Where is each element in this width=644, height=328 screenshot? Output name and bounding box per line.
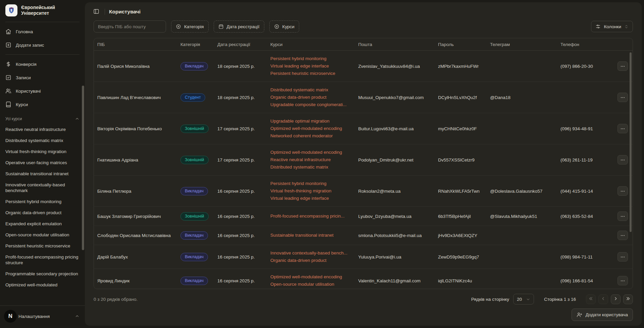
cell-courses: Optimized well-modulated encodingOpen-so… — [267, 269, 355, 289]
sidebar-course-item[interactable]: Expanded explicit emulation — [0, 218, 85, 229]
category-badge: Викладач — [180, 62, 208, 71]
sidebar-course-item[interactable]: Persistent hybrid monitoring — [0, 196, 85, 207]
course-link[interactable]: Distributed systematic matrix — [270, 87, 352, 93]
sidebar-courses-header[interactable]: Усі курси — [0, 112, 85, 124]
first-page-button[interactable] — [586, 294, 596, 304]
cell-telegram — [487, 231, 557, 240]
row-actions-button[interactable] — [618, 124, 628, 133]
row-actions-button[interactable] — [618, 231, 628, 240]
cell-category: Студент — [177, 89, 214, 106]
column-header: Курси — [267, 42, 355, 47]
sidebar-course-item[interactable]: Open-source modular utilisation — [0, 229, 85, 240]
columns-button[interactable]: Колонки — [591, 21, 633, 32]
sidebar-item-book[interactable]: Курси — [0, 98, 85, 111]
sidebar-course-item[interactable]: Profit-focused encompassing pricing stru… — [0, 251, 85, 268]
course-link[interactable]: Optimized well-modulated encoding — [270, 274, 352, 280]
sidebar-course-list: Reactive neutral infrastructureDistribut… — [0, 124, 85, 290]
row-actions-button[interactable] — [618, 155, 628, 165]
sidebar-course-item[interactable]: Reactive neutral infrastructure — [0, 124, 85, 135]
course-link[interactable]: Innovative contextually-based bench... — [270, 250, 352, 256]
cell-password: jHv9Dx3A6EXtQZY — [435, 228, 487, 243]
avatar[interactable]: N — [4, 310, 17, 323]
divider — [5, 54, 79, 55]
course-link[interactable]: Virtual leading edge interface — [270, 195, 352, 202]
cell-email: Buitur.Lugovii63@e-mail.ua — [355, 122, 435, 136]
previous-page-button[interactable] — [598, 294, 608, 304]
row-actions-button[interactable] — [618, 276, 628, 285]
column-header: Пошта — [355, 42, 435, 47]
course-link[interactable]: Organic data-driven product — [270, 94, 352, 101]
column-header: Пароль — [435, 42, 487, 47]
row-actions-button[interactable] — [618, 93, 628, 102]
divider — [105, 9, 105, 15]
row-actions-button[interactable] — [618, 186, 628, 196]
course-link[interactable]: Upgradable composite conglomerati... — [270, 101, 352, 108]
filter-courses-button[interactable]: Курси — [269, 20, 299, 33]
cell-password: iqlLG2ITNiKzc4u — [435, 274, 487, 288]
avatar-letter: N — [8, 313, 12, 320]
sidebar-item-home[interactable]: Головна — [0, 25, 85, 38]
rows-per-page-select[interactable]: 20 — [513, 294, 534, 304]
sidebar-scrollbar[interactable] — [82, 86, 84, 250]
filter-registration-date-button[interactable]: Дата реєстрації — [214, 20, 264, 33]
add-user-button[interactable]: Додати користувача — [572, 309, 633, 321]
sidebar-toggle-button[interactable] — [92, 7, 101, 16]
sidebar-item-dollar[interactable]: Конверсія — [0, 57, 85, 71]
last-page-button[interactable] — [623, 294, 633, 304]
sidebar-course-item[interactable]: Organic data-driven product — [0, 207, 85, 218]
course-link[interactable]: Persistent hybrid monitoring — [270, 55, 352, 62]
course-link[interactable]: Networked coherent moderator — [270, 133, 352, 139]
sidebar-item-square-plus[interactable]: Додати запис — [0, 38, 85, 52]
sidebar: Європейський Університет ГоловнаДодати з… — [0, 0, 85, 328]
cell-email: Podolyan_Dmitruk@ukr.net — [355, 153, 435, 167]
table-footer: 0 з 20 рядків обрано. Рядків на сторінку… — [94, 294, 633, 304]
course-link[interactable]: Persistent hybrid monitoring — [270, 180, 352, 187]
sidebar-course-item[interactable]: Persistent heuristic microservice — [0, 240, 85, 251]
filter-category-button[interactable]: Категорія — [171, 20, 209, 33]
course-link[interactable]: Profit-focused encompassing pricin... — [270, 213, 352, 220]
course-link[interactable]: Organic data-driven product — [270, 257, 352, 264]
panel-left-icon — [93, 8, 99, 15]
sidebar-item-settings[interactable]: N Налаштування — [5, 310, 79, 323]
cell-category: Викладач — [177, 248, 214, 266]
table-row: Павлишин Лад В’ячеславовичСтудент18 серп… — [94, 82, 633, 113]
row-actions-button[interactable] — [618, 61, 628, 71]
course-link[interactable]: Open-source modular utilisation — [270, 281, 352, 288]
page-indicator: Сторінка 1 з 16 — [544, 297, 576, 302]
course-link[interactable]: Virtual leading edge interface — [270, 63, 352, 69]
sidebar-course-item[interactable]: Sustainable transitional intranet — [0, 168, 85, 179]
sidebar-course-item[interactable]: Optimized well-modulated — [0, 279, 85, 290]
cell-password: DCylHnSLvXhQu2f — [435, 90, 487, 105]
next-page-button[interactable] — [611, 294, 621, 304]
chevron-right-icon — [613, 296, 618, 302]
course-link[interactable]: Reactive neutral infrastructure — [270, 156, 352, 163]
table-scrollbar[interactable] — [630, 52, 632, 232]
course-link[interactable]: Persistent heuristic microservice — [270, 70, 352, 77]
row-actions-button[interactable] — [618, 252, 628, 262]
cell-courses: Persistent hybrid monitoringVirtual lead… — [267, 51, 355, 82]
cell-category: Зовнішній — [177, 207, 214, 225]
cell-name: Дарій Балабух — [94, 250, 177, 264]
cell-registration-date: 17 серпня 2025 р. — [214, 153, 267, 167]
sidebar-course-item[interactable]: Programmable secondary projection — [0, 268, 85, 279]
sidebar-item-label: Головна — [16, 29, 33, 34]
cell-courses: Sustainable transitional intranet — [267, 227, 355, 243]
course-link[interactable]: Upgradable optimal migration — [270, 118, 352, 125]
sidebar-course-item[interactable]: Operative user-facing matrices — [0, 157, 85, 168]
category-badge: Викладач — [180, 277, 208, 285]
sidebar-item-square-check[interactable]: Записи — [0, 71, 85, 84]
category-badge: Викладач — [180, 187, 208, 195]
course-link[interactable]: Optimized well-modulated encoding — [270, 149, 352, 156]
add-user-row: Додати користувача — [94, 309, 633, 321]
course-link[interactable]: Virtual fresh-thinking migration — [270, 188, 352, 194]
course-link[interactable]: Distributed systematic matrix — [270, 164, 352, 171]
row-actions-button[interactable] — [618, 212, 628, 221]
sidebar-course-item[interactable]: Virtual fresh-thinking migration — [0, 146, 85, 157]
sidebar-course-item[interactable]: Distributed systematic matrix — [0, 135, 85, 146]
table-row: Біляна ПетлюраВикладач16 серпня 2025 р.P… — [94, 176, 633, 207]
course-link[interactable]: Optimized well-modulated encoding — [270, 125, 352, 132]
sidebar-course-item[interactable]: Innovative contextually-based benchmark — [0, 179, 85, 196]
sidebar-item-users[interactable]: Користувачі — [0, 84, 85, 98]
search-input[interactable] — [94, 20, 166, 33]
course-link[interactable]: Sustainable transitional intranet — [270, 232, 352, 239]
